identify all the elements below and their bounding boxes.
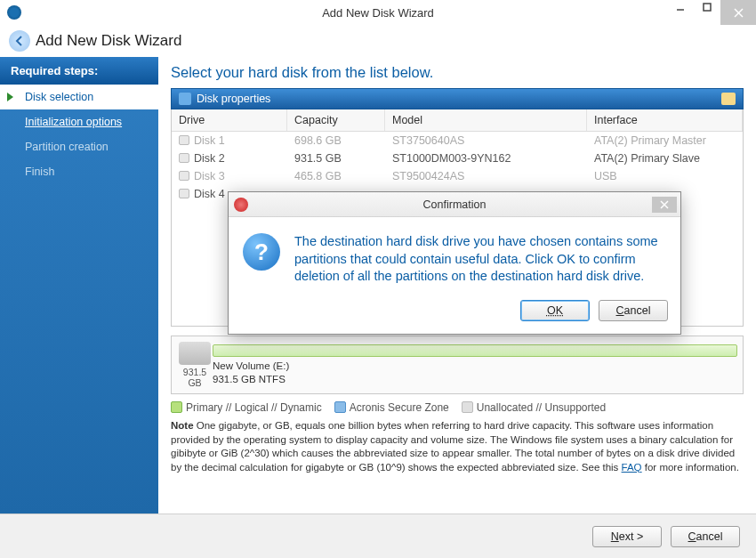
volume-name: New Volume (E:) (213, 360, 737, 372)
minimize-button[interactable] (667, 0, 694, 17)
capacity-cell: 465.8 GB (287, 167, 385, 185)
legend-primary: Primary // Logical // Dynamic (186, 401, 322, 414)
ok-label: OK (547, 304, 563, 317)
window-controls (667, 0, 756, 25)
window-title: Add New Disk Wizard (322, 6, 434, 20)
step-initialization-options[interactable]: Initialization options (0, 109, 158, 134)
capacity-cell: 698.6 GB (287, 132, 385, 150)
wizard-title: Add New Disk Wizard (36, 32, 181, 50)
faq-link[interactable]: FAQ (622, 462, 642, 473)
step-label: Initialization options (25, 116, 122, 128)
interface-cell: USB (587, 167, 743, 185)
sidebar-heading: Required steps: (0, 57, 158, 85)
legend-swatch-secure (334, 401, 346, 413)
steps-sidebar: Required steps: Disk selection Initializ… (0, 57, 158, 514)
col-capacity[interactable]: Capacity (287, 109, 385, 131)
note-tail: for more information. (642, 462, 739, 473)
content-heading: Select your hard disk from the list belo… (171, 64, 744, 81)
step-disk-selection[interactable]: Disk selection (0, 85, 158, 109)
col-drive[interactable]: Drive (172, 109, 287, 131)
back-button[interactable] (9, 30, 30, 52)
hdd-icon (179, 342, 211, 365)
disk-properties-bar[interactable]: Disk properties (171, 88, 744, 109)
disk-icon (179, 153, 189, 163)
dialog-title: Confirmation (423, 198, 487, 211)
legend-unallocated: Unallocated // Unsupported (477, 401, 606, 414)
note-label: Note (171, 420, 194, 431)
volume-bar (213, 344, 737, 357)
interface-cell: ATA(2) Primary Master (587, 132, 743, 150)
wizard-footer: Next > Cancel (0, 514, 756, 558)
window-titlebar: Add New Disk Wizard (0, 0, 756, 25)
next-button[interactable]: Next > (592, 526, 662, 547)
dialog-ok-button[interactable]: OK (520, 300, 590, 321)
disk-size-label: 931.5 GB (183, 367, 206, 388)
volume-detail: 931.5 GB NTFS (213, 373, 737, 385)
table-row[interactable]: Disk 3 465.8 GB ST9500424AS USB (172, 167, 743, 185)
model-cell: ST9500424AS (385, 167, 587, 185)
step-label: Disk selection (25, 91, 93, 103)
drive-cell: Disk 4 (194, 188, 225, 200)
app-icon (7, 5, 21, 20)
legend-swatch-unallocated (462, 401, 473, 413)
legend-swatch-primary (171, 401, 182, 413)
table-row[interactable]: Disk 1 698.6 GB ST3750640AS ATA(2) Prima… (172, 132, 743, 150)
model-cell: ST3750640AS (385, 132, 587, 150)
col-model[interactable]: Model (385, 109, 587, 131)
disk-properties-label: Disk properties (197, 93, 270, 105)
dialog-message: The destination hard disk drive you have… (294, 233, 663, 286)
disk-icon (179, 135, 189, 145)
wizard-header: Add New Disk Wizard (0, 25, 756, 57)
dialog-body: ? The destination hard disk drive you ha… (229, 217, 680, 295)
maximize-button[interactable] (694, 0, 720, 17)
disk-icon (179, 171, 189, 181)
note-text: Note One gigabyte, or GB, equals one bil… (171, 419, 744, 474)
cancel-button[interactable]: Cancel (671, 526, 740, 547)
col-interface[interactable]: Interface (587, 109, 743, 131)
cancel-rest: ancel (696, 530, 723, 543)
model-cell: ST1000DM003-9YN162 (385, 150, 587, 167)
close-button[interactable] (720, 0, 756, 25)
table-header: Drive Capacity Model Interface (172, 109, 743, 132)
dialog-app-icon (234, 198, 248, 212)
drive-cell: Disk 2 (194, 152, 225, 165)
dialog-cancel-rest: ancel (624, 304, 651, 317)
svg-rect-1 (704, 4, 711, 11)
legend: Primary // Logical // Dynamic Acronis Se… (171, 401, 744, 414)
disk-properties-icon (179, 93, 191, 105)
step-finish[interactable]: Finish (0, 159, 158, 184)
interface-cell: ATA(2) Primary Slave (587, 150, 743, 167)
confirmation-dialog: Confirmation ? The destination hard disk… (228, 191, 681, 335)
drive-cell: Disk 1 (194, 134, 225, 147)
dialog-titlebar: Confirmation (229, 192, 680, 217)
dialog-footer: OK Cancel (229, 295, 680, 334)
step-label: Finish (25, 166, 54, 178)
question-icon: ? (243, 233, 280, 271)
capacity-cell: 931.5 GB (287, 150, 385, 167)
next-rest: ext > (619, 530, 643, 543)
step-partition-creation[interactable]: Partition creation (0, 134, 158, 159)
selected-disk-panel: 931.5 GB New Volume (E:) 931.5 GB NTFS (171, 336, 744, 394)
disk-icon (179, 189, 189, 198)
table-row[interactable]: Disk 2 931.5 GB ST1000DM003-9YN162 ATA(2… (172, 150, 743, 167)
volume-block[interactable]: New Volume (E:) 931.5 GB NTFS (213, 344, 737, 385)
dialog-close-button[interactable] (652, 197, 677, 213)
drive-cell: Disk 3 (194, 170, 225, 182)
step-label: Partition creation (25, 141, 109, 153)
disk-graphic: 931.5 GB (177, 342, 213, 388)
legend-secure: Acronis Secure Zone (350, 401, 449, 414)
disk-properties-action-icon[interactable] (721, 93, 736, 105)
dialog-cancel-button[interactable]: Cancel (599, 300, 668, 321)
